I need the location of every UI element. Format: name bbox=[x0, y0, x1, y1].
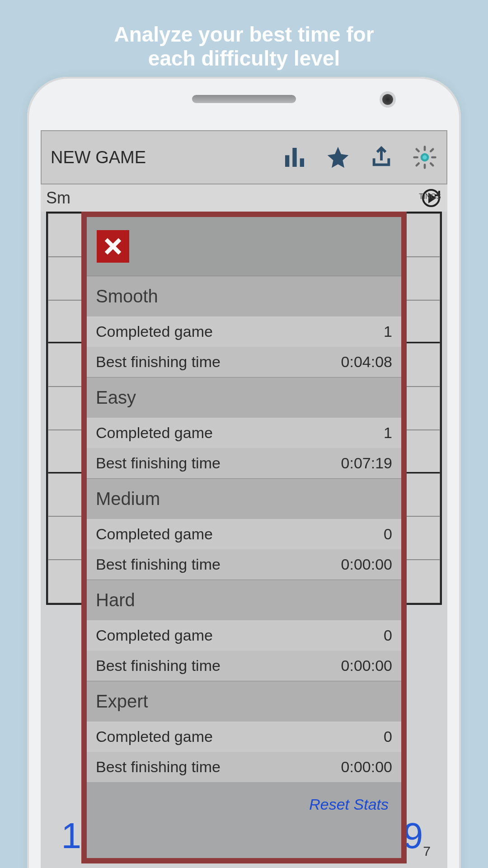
stats-section-title: Medium bbox=[87, 478, 401, 519]
stats-row-best: Best finishing time0:07:19 bbox=[87, 448, 401, 478]
gear-icon[interactable] bbox=[412, 145, 437, 170]
stats-row-best: Best finishing time0:04:08 bbox=[87, 347, 401, 377]
close-button[interactable] bbox=[97, 230, 129, 263]
stats-row-completed: Completed game0 bbox=[87, 519, 401, 549]
stats-row-completed: Completed game1 bbox=[87, 418, 401, 448]
toolbar-title[interactable]: NEW GAME bbox=[51, 148, 282, 167]
game-subheader: Sm bbox=[41, 184, 447, 212]
star-icon[interactable] bbox=[325, 145, 351, 170]
difficulty-label-partial: Sm bbox=[46, 189, 70, 208]
stats-row-best: Best finishing time0:00:00 bbox=[87, 549, 401, 580]
app-screen: NEW GAME TINGS Sm bbox=[41, 130, 447, 868]
settings-caption: TINGS bbox=[419, 193, 441, 201]
toolbar-icons bbox=[282, 145, 437, 170]
stats-modal: SmoothCompleted game1Best finishing time… bbox=[81, 212, 407, 863]
stats-icon[interactable] bbox=[282, 145, 307, 170]
stats-section-title: Easy bbox=[87, 377, 401, 418]
svg-rect-0 bbox=[285, 155, 289, 167]
svg-rect-1 bbox=[292, 148, 296, 167]
phone-camera bbox=[382, 94, 393, 105]
stats-row-best: Best finishing time0:00:00 bbox=[87, 651, 401, 681]
stats-row-best: Best finishing time0:00:00 bbox=[87, 752, 401, 782]
svg-point-3 bbox=[422, 154, 428, 160]
reset-stats-link[interactable]: Reset Stats bbox=[309, 796, 389, 813]
stats-section-title: Hard bbox=[87, 580, 401, 620]
promo-line2: each difficulty level bbox=[148, 47, 340, 70]
phone-speaker bbox=[192, 95, 296, 103]
promo-headline: Analyze your best time for each difficul… bbox=[0, 23, 488, 71]
stats-row-completed: Completed game0 bbox=[87, 722, 401, 752]
stats-section-title: Smooth bbox=[87, 276, 401, 316]
phone-frame: NEW GAME TINGS Sm bbox=[27, 77, 461, 868]
promo-line1: Analyze your best time for bbox=[114, 23, 374, 46]
modal-footer: Reset Stats bbox=[87, 782, 401, 858]
share-icon[interactable] bbox=[369, 145, 394, 170]
modal-header bbox=[87, 217, 401, 276]
stats-modal-inner: SmoothCompleted game1Best finishing time… bbox=[87, 217, 401, 858]
stats-row-completed: Completed game0 bbox=[87, 620, 401, 651]
svg-rect-2 bbox=[300, 158, 304, 167]
app-toolbar: NEW GAME bbox=[41, 130, 447, 184]
close-icon bbox=[101, 235, 125, 258]
stats-row-completed: Completed game1 bbox=[87, 316, 401, 347]
stats-section-title: Expert bbox=[87, 681, 401, 722]
